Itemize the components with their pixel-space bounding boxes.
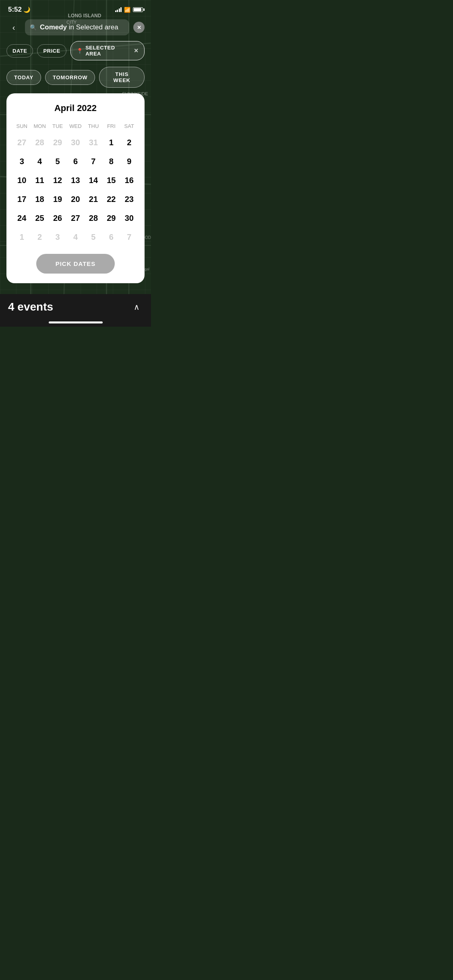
cal-day[interactable]: 11 (31, 172, 48, 189)
day-header-wed: WED (66, 121, 84, 131)
day-header-thu: THU (85, 121, 102, 131)
price-filter-chip[interactable]: PRICE (37, 44, 66, 58)
bottom-bar: 4 events ∧ (0, 294, 151, 327)
day-header-tue: TUE (49, 121, 66, 131)
search-suffix: in Selected area (67, 23, 118, 31)
cal-day[interactable]: 5 (85, 229, 102, 246)
day-header-fri: FRI (102, 121, 120, 131)
clear-button[interactable]: ✕ (133, 22, 145, 33)
search-bold-part: Comedy (40, 23, 67, 31)
cal-day[interactable]: 3 (13, 153, 31, 170)
events-count-text: 4 events (8, 301, 53, 313)
cal-day[interactable]: 7 (85, 153, 102, 170)
cal-day[interactable]: 6 (66, 153, 84, 170)
home-indicator (49, 321, 103, 323)
day-header-sat: SAT (120, 121, 138, 131)
cal-day[interactable]: 16 (120, 172, 138, 189)
cal-day[interactable]: 19 (49, 191, 66, 208)
cal-day[interactable]: 20 (66, 191, 84, 208)
cal-day[interactable]: 10 (13, 172, 31, 189)
calendar-grid: SUN MON TUE WED THU FRI SAT 27 28 29 30 … (13, 121, 138, 246)
calendar-days: 27 28 29 30 31 1 2 3 4 5 6 7 8 9 10 11 1… (13, 134, 138, 246)
cal-day[interactable]: 4 (66, 229, 84, 246)
calendar-title: April 2022 (13, 103, 138, 113)
status-icons: 📶 (115, 7, 143, 13)
cal-day[interactable]: 8 (102, 153, 120, 170)
filter-bar: DATE PRICE 📍 SELECTED AREA ✕ (0, 39, 151, 63)
search-icon: 🔍 (30, 24, 37, 31)
cal-day[interactable]: 29 (49, 134, 66, 151)
cal-day[interactable]: 13 (66, 172, 84, 189)
cal-day[interactable]: 15 (102, 172, 120, 189)
cal-day[interactable]: 21 (85, 191, 102, 208)
search-query-text: Comedy in Selected area (40, 23, 124, 31)
signal-icon (115, 7, 122, 12)
cal-day[interactable]: 2 (31, 229, 48, 246)
this-week-button[interactable]: THIS WEEK (99, 67, 145, 88)
cal-day[interactable]: 26 (49, 210, 66, 227)
tomorrow-button[interactable]: TOMORROW (45, 70, 95, 85)
cal-day[interactable]: 2 (120, 134, 138, 151)
day-header-mon: MON (31, 121, 48, 131)
cal-day[interactable]: 1 (102, 134, 120, 151)
battery-icon (133, 7, 143, 12)
quick-dates-bar: TODAY TOMORROW THIS WEEK (0, 63, 151, 92)
chevron-up-icon[interactable]: ∧ (130, 301, 143, 313)
cal-day[interactable]: 25 (31, 210, 48, 227)
cal-day[interactable]: 12 (49, 172, 66, 189)
cal-day[interactable]: 5 (49, 153, 66, 170)
events-count-row: 4 events ∧ (8, 301, 143, 318)
back-button[interactable]: ‹ (6, 20, 21, 35)
cal-day[interactable]: 4 (31, 153, 48, 170)
cal-day[interactable]: 30 (120, 210, 138, 227)
wifi-icon: 📶 (124, 7, 130, 13)
cal-day[interactable]: 23 (120, 191, 138, 208)
cal-day[interactable]: 3 (49, 229, 66, 246)
moon-icon: 🌙 (23, 6, 30, 13)
cal-day[interactable]: 17 (13, 191, 31, 208)
location-pin-icon: 📍 (77, 48, 83, 54)
chip-close-icon[interactable]: ✕ (134, 47, 139, 54)
date-filter-chip[interactable]: DATE (6, 44, 33, 58)
today-button[interactable]: TODAY (6, 70, 41, 85)
cal-day[interactable]: 14 (85, 172, 102, 189)
selected-area-chip[interactable]: 📍 SELECTED AREA ✕ (70, 41, 145, 60)
selected-area-label: SELECTED AREA (85, 45, 131, 57)
cal-day[interactable]: 27 (66, 210, 84, 227)
search-bar[interactable]: 🔍 Comedy in Selected area (25, 19, 129, 35)
cal-day[interactable]: 22 (102, 191, 120, 208)
cal-day[interactable]: 7 (120, 229, 138, 246)
cal-day[interactable]: 29 (102, 210, 120, 227)
status-bar: 5:52 🌙 📶 (0, 0, 151, 16)
cal-day[interactable]: 1 (13, 229, 31, 246)
calendar-card: April 2022 SUN MON TUE WED THU FRI SAT 2… (6, 93, 145, 283)
cal-day[interactable]: 28 (85, 210, 102, 227)
cal-day[interactable]: 31 (85, 134, 102, 151)
cal-day[interactable]: 6 (102, 229, 120, 246)
top-bar: ‹ 🔍 Comedy in Selected area ✕ (0, 16, 151, 39)
status-time: 5:52 (8, 6, 22, 14)
cal-day[interactable]: 28 (31, 134, 48, 151)
day-header-sun: SUN (13, 121, 31, 131)
cal-day[interactable]: 27 (13, 134, 31, 151)
pick-dates-button[interactable]: PICK DATES (36, 254, 115, 274)
cal-day[interactable]: 30 (66, 134, 84, 151)
cal-day[interactable]: 9 (120, 153, 138, 170)
cal-day[interactable]: 18 (31, 191, 48, 208)
cal-day[interactable]: 24 (13, 210, 31, 227)
day-headers: SUN MON TUE WED THU FRI SAT (13, 121, 138, 131)
